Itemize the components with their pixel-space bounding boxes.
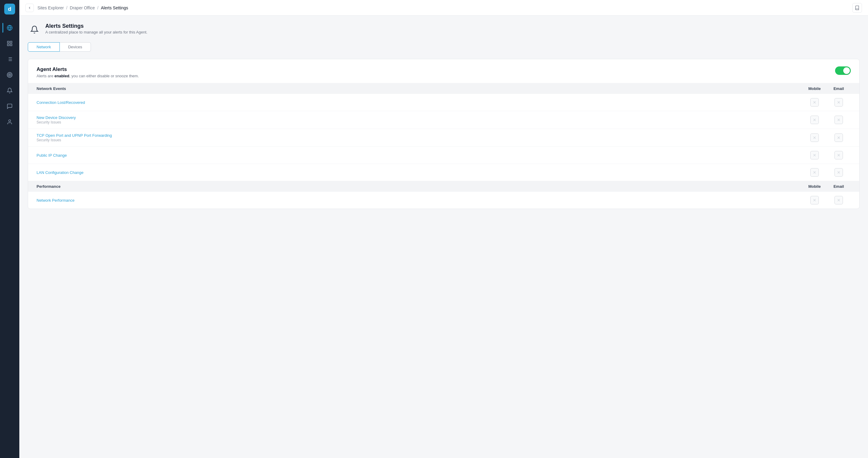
lan-email-cell <box>827 168 851 176</box>
row-label-tcp: TCP Open Port and UPNP Port Forwarding S… <box>36 133 803 142</box>
publicip-email-cell <box>827 151 851 159</box>
connection-mobile-cell <box>803 98 827 106</box>
sidebar-logo[interactable]: d <box>4 4 15 14</box>
tcp-mobile-checkbox[interactable] <box>810 133 819 142</box>
connection-email-cell <box>827 98 851 106</box>
performance-mobile-col: Mobile <box>803 184 827 189</box>
svg-rect-2 <box>7 41 9 43</box>
netperf-email-checkbox[interactable] <box>835 196 843 204</box>
desc-suffix: , you can either disable or snooze them. <box>69 74 139 78</box>
agent-alerts-title: Agent Alerts <box>36 66 139 72</box>
content: Alerts Settings A centralized place to m… <box>19 16 868 458</box>
table-row: LAN Configuration Change <box>28 164 859 181</box>
page-title: Alerts Settings <box>45 23 147 29</box>
desc-bold: enabled <box>54 74 69 78</box>
breadcrumb: Sites Explorer / Draper Office / Alerts … <box>25 4 128 12</box>
sidebar-item-list[interactable] <box>2 52 17 66</box>
card-header: Agent Alerts Alerts are enabled, you can… <box>28 59 859 83</box>
list-icon <box>7 56 13 62</box>
sidebar-item-globe[interactable] <box>2 21 17 35</box>
publicip-mobile-checkbox[interactable] <box>810 151 819 159</box>
sidebar-item-cubes[interactable] <box>2 36 17 51</box>
netperf-mobile-checkbox[interactable] <box>810 196 819 204</box>
breadcrumb-office[interactable]: Draper Office <box>70 5 95 10</box>
breadcrumb-sites[interactable]: Sites Explorer <box>37 5 64 10</box>
toggle-knob <box>843 67 850 74</box>
row-label-lan: LAN Configuration Change <box>36 170 803 175</box>
svg-point-14 <box>9 74 10 75</box>
performance-header: Performance Mobile Email <box>28 181 859 192</box>
bell-icon <box>7 88 13 94</box>
lan-mobile-cell <box>803 168 827 176</box>
table-row: Network Performance <box>28 192 859 208</box>
back-button[interactable] <box>25 4 34 12</box>
row-label-net-perf: Network Performance <box>36 198 803 203</box>
network-events-mobile-col: Mobile <box>803 86 827 91</box>
page-subtitle: A centralized place to manage all your a… <box>45 30 147 34</box>
row-label-public-ip: Public IP Change <box>36 153 803 158</box>
publicip-mobile-cell <box>803 151 827 159</box>
radar-icon <box>7 72 13 78</box>
sidebar-item-user[interactable] <box>2 115 17 129</box>
svg-point-13 <box>8 73 11 76</box>
sidebar: d <box>0 0 19 458</box>
page-bell-icon <box>28 23 41 36</box>
cubes-icon <box>7 40 13 46</box>
svg-rect-3 <box>10 41 12 43</box>
page-header-text: Alerts Settings A centralized place to m… <box>45 23 147 34</box>
sidebar-nav <box>0 21 19 129</box>
alerts-table: Network Events Mobile Email Connection L… <box>28 83 859 208</box>
sidebar-item-support[interactable] <box>2 99 17 113</box>
desc-prefix: Alerts are <box>36 74 54 78</box>
table-row: TCP Open Port and UPNP Port Forwarding S… <box>28 129 859 147</box>
breadcrumb-current: Alerts Settings <box>101 5 128 10</box>
user-icon <box>7 119 13 125</box>
netperf-email-cell <box>827 196 851 204</box>
svg-rect-5 <box>10 44 12 46</box>
main-area: Sites Explorer / Draper Office / Alerts … <box>19 0 868 458</box>
network-events-label: Network Events <box>36 86 803 91</box>
connection-mobile-checkbox[interactable] <box>810 98 819 106</box>
publicip-email-checkbox[interactable] <box>835 151 843 159</box>
card-header-text: Agent Alerts Alerts are enabled, you can… <box>36 66 139 78</box>
sidebar-item-radar[interactable] <box>2 68 17 82</box>
netperf-mobile-cell <box>803 196 827 204</box>
lan-email-checkbox[interactable] <box>835 168 843 176</box>
discovery-mobile-checkbox[interactable] <box>810 116 819 124</box>
breadcrumb-sep-1: / <box>66 5 67 10</box>
agent-alerts-description: Alerts are enabled, you can either disab… <box>36 74 139 78</box>
breadcrumb-sep-2: / <box>97 5 98 10</box>
discovery-email-checkbox[interactable] <box>835 116 843 124</box>
tab-devices[interactable]: Devices <box>60 42 91 52</box>
alerts-card: Agent Alerts Alerts are enabled, you can… <box>28 59 860 209</box>
sidebar-item-bell[interactable] <box>2 83 17 98</box>
support-icon <box>7 103 13 109</box>
book-button[interactable] <box>852 3 862 13</box>
performance-email-col: Email <box>827 184 851 189</box>
tcp-email-checkbox[interactable] <box>835 133 843 142</box>
network-events-email-col: Email <box>827 86 851 91</box>
discovery-email-cell <box>827 116 851 124</box>
page-header: Alerts Settings A centralized place to m… <box>28 23 860 36</box>
table-row: Connection Lost/Recovered <box>28 94 859 111</box>
svg-point-15 <box>9 120 11 122</box>
tabs: Network Devices <box>28 42 860 52</box>
table-row: Public IP Change <box>28 147 859 164</box>
row-label-connection: Connection Lost/Recovered <box>36 100 803 105</box>
lan-mobile-checkbox[interactable] <box>810 168 819 176</box>
connection-email-checkbox[interactable] <box>835 98 843 106</box>
globe-icon <box>7 25 13 31</box>
svg-rect-4 <box>7 44 9 46</box>
table-row: New Device Discovery Security Issues <box>28 111 859 129</box>
back-icon <box>28 6 31 10</box>
discovery-mobile-cell <box>803 116 827 124</box>
row-label-discovery: New Device Discovery Security Issues <box>36 115 803 124</box>
network-events-header: Network Events Mobile Email <box>28 83 859 94</box>
performance-label: Performance <box>36 184 803 189</box>
topbar: Sites Explorer / Draper Office / Alerts … <box>19 0 868 16</box>
book-icon <box>855 5 860 10</box>
tcp-mobile-cell <box>803 133 827 142</box>
tab-network[interactable]: Network <box>28 42 60 52</box>
alerts-toggle[interactable] <box>835 66 851 75</box>
tcp-email-cell <box>827 133 851 142</box>
